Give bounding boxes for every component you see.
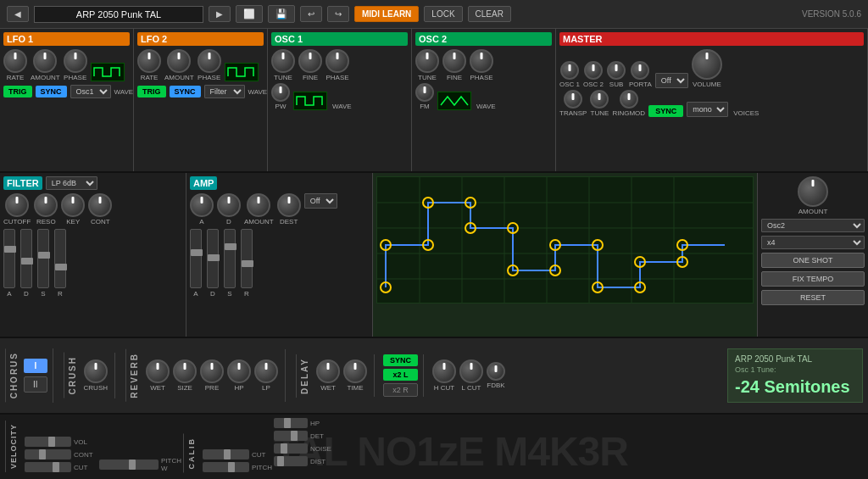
master-ringmod-knob[interactable] — [620, 90, 638, 109]
amp-r-slider[interactable] — [241, 229, 253, 288]
filter-r-slider[interactable] — [54, 229, 66, 288]
osc1-phase-group: PHASE — [326, 49, 349, 81]
delay-time-knob[interactable] — [343, 359, 367, 383]
arp-amount-knob[interactable] — [798, 176, 828, 207]
delay-sync-button[interactable]: SYNC — [383, 354, 418, 366]
vol-slider[interactable] — [25, 437, 71, 447]
pitchw-slider[interactable] — [99, 460, 159, 470]
amp-header: AMP — [190, 176, 217, 190]
master-off-dropdown[interactable]: Off On — [655, 73, 688, 88]
redo-button[interactable]: ↪ — [327, 6, 349, 22]
chorus-ii-button[interactable]: II — [24, 376, 47, 393]
lfo2-amount-knob[interactable] — [167, 49, 191, 73]
filter-cont-knob[interactable] — [88, 193, 112, 217]
reverb-size-knob[interactable] — [173, 359, 197, 383]
filter-type-dropdown[interactable]: LP 6dB LP 12dB HP BP — [46, 176, 97, 190]
copy-button[interactable]: ⬜ — [236, 5, 263, 23]
arp-mult-dropdown[interactable]: x4 x2 x1 — [761, 236, 865, 249]
cut2-slider[interactable] — [203, 449, 249, 460]
amp-off-dropdown[interactable]: Off On — [304, 193, 337, 209]
lcut-knob[interactable] — [459, 359, 483, 383]
dist-slider[interactable] — [274, 456, 308, 466]
amp-d-slider[interactable] — [207, 229, 219, 288]
delay-x2l-button[interactable]: x2 L — [383, 369, 418, 381]
delay-x2r-button[interactable]: x2 R — [383, 383, 418, 397]
pitch2-slider[interactable] — [203, 462, 249, 472]
lfo1-trig-button[interactable]: TRIG — [3, 86, 32, 97]
osc2-fm-knob[interactable] — [415, 83, 434, 102]
filter-d-slider[interactable] — [20, 229, 32, 288]
lfo1-sync-button[interactable]: SYNC — [36, 86, 67, 97]
delay-wet-knob[interactable] — [316, 359, 340, 383]
osc1-fine-group: FINE — [298, 49, 322, 81]
amp-a-slider[interactable] — [190, 229, 202, 288]
amp-amount-group: AMOUNT — [244, 193, 274, 226]
save-button[interactable]: 💾 — [268, 5, 295, 23]
filter-reso-knob[interactable] — [34, 193, 58, 217]
amp-amount-knob[interactable] — [247, 193, 270, 217]
crush-knob[interactable] — [84, 359, 108, 383]
reverb-lp-knob[interactable] — [254, 359, 278, 383]
lfo2-trig-button[interactable]: TRIG — [137, 86, 166, 97]
master-tune-knob[interactable] — [590, 90, 609, 109]
filter-key-knob[interactable] — [61, 193, 85, 217]
lfo1-rate-knob[interactable] — [3, 49, 27, 73]
delay-wet-group: WET — [316, 359, 340, 392]
lfo1-phase-knob[interactable] — [64, 49, 87, 73]
noise-slider[interactable] — [274, 443, 308, 454]
midi-learn-button[interactable]: MIDI LEARN — [354, 6, 419, 22]
filter-s-slider[interactable] — [37, 229, 49, 288]
reverb-wet-knob[interactable] — [146, 359, 170, 383]
osc1-pw-knob[interactable] — [271, 83, 290, 102]
master-sync-button[interactable]: SYNC — [648, 105, 683, 117]
det-slider[interactable] — [274, 431, 308, 441]
osc2-tune-knob[interactable] — [415, 49, 439, 73]
info-box-container: ARP 2050 Punk TAL Osc 1 Tune: -24 Semito… — [514, 348, 863, 403]
filter-cutoff-label: CUTOFF — [3, 218, 31, 226]
amp-s-slider[interactable] — [224, 229, 236, 288]
amp-dest-knob[interactable] — [277, 193, 301, 217]
master-volume-knob[interactable] — [692, 49, 722, 80]
osc1-fine-knob[interactable] — [298, 49, 322, 73]
master-sub-knob[interactable] — [607, 61, 626, 80]
lfo1-dest-dropdown[interactable]: Osc1 Filter Amp — [70, 85, 111, 98]
master-osc2-knob[interactable] — [584, 61, 603, 80]
osc1-phase-knob[interactable] — [326, 49, 349, 73]
reverb-pre-knob[interactable] — [200, 359, 224, 383]
osc1-tune-knob[interactable] — [271, 49, 295, 73]
master-osc1-knob[interactable] — [560, 61, 579, 80]
amp-a-knob[interactable] — [190, 193, 214, 217]
osc2-fine-knob[interactable] — [442, 49, 466, 73]
filter-cutoff-knob[interactable] — [5, 193, 29, 217]
lfo2-rate-knob[interactable] — [137, 49, 161, 73]
next-preset-button[interactable]: ▶ — [209, 6, 231, 22]
cut-slider[interactable] — [25, 462, 71, 472]
lfo2-sync-button[interactable]: SYNC — [170, 86, 201, 97]
lock-button[interactable]: LOCK — [424, 6, 462, 22]
arp-dest-dropdown[interactable]: Osc2 Osc1 Filter — [761, 219, 865, 232]
osc2-phase-knob[interactable] — [470, 49, 493, 73]
amp-d-knob[interactable] — [217, 193, 241, 217]
lfo1-amount-knob[interactable] — [33, 49, 57, 73]
cont-slider[interactable] — [25, 449, 71, 460]
info-box: ARP 2050 Punk TAL Osc 1 Tune: -24 Semito… — [727, 348, 863, 403]
lfo2-phase-knob[interactable] — [198, 49, 221, 73]
filter-a-slider[interactable] — [3, 229, 15, 288]
arp-oneshot-button[interactable]: ONE SHOT — [761, 253, 865, 268]
master-transp-knob[interactable] — [564, 90, 582, 109]
arp-fixtempo-button[interactable]: FIX TEMPO — [761, 271, 865, 287]
arp-reset-button[interactable]: RESET — [761, 290, 865, 305]
master-voices-dropdown[interactable]: mono poly — [687, 102, 728, 117]
clear-button[interactable]: CLEAR — [468, 6, 511, 22]
prev-preset-button[interactable]: ◀ — [7, 6, 29, 22]
hcut-group: H CUT — [432, 359, 456, 392]
fdbk-knob[interactable] — [487, 362, 505, 381]
hcut-knob[interactable] — [432, 359, 456, 383]
chorus-i-button[interactable]: I — [24, 359, 47, 373]
undo-button[interactable]: ↩ — [300, 6, 322, 22]
hp-slider[interactable] — [274, 418, 308, 428]
lfo2-dest-dropdown[interactable]: Filter Osc1 Amp — [204, 85, 245, 98]
reverb-hp-knob[interactable] — [227, 359, 251, 383]
amp-r-slider-group: R — [241, 229, 253, 298]
master-porta-knob[interactable] — [631, 61, 649, 80]
